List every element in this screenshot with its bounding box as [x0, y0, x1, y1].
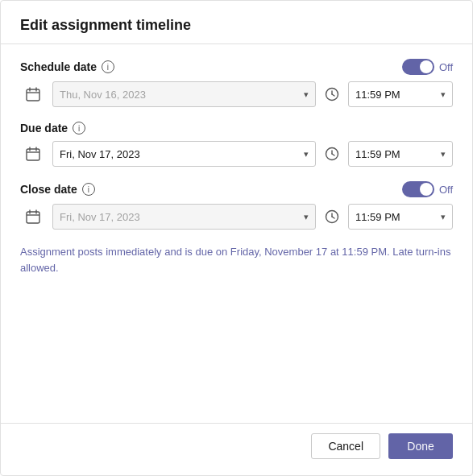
close-date-picker[interactable]: Fri, Nov 17, 2023 ▾	[52, 204, 316, 230]
schedule-time-chevron-icon: ▾	[441, 89, 446, 100]
dialog-footer: Cancel Done	[1, 423, 472, 475]
schedule-date-chevron-icon: ▾	[304, 89, 309, 100]
schedule-date-field-row: Thu, Nov 16, 2023 ▾ 11:59 PM ▾	[20, 81, 453, 107]
schedule-time-value: 11:59 PM	[355, 89, 400, 101]
schedule-date-calendar-icon	[20, 81, 46, 107]
close-date-chevron-icon: ▾	[304, 212, 309, 222]
close-date-field-row: Fri, Nov 17, 2023 ▾ 11:59 PM ▾	[20, 204, 453, 230]
close-date-label: Close date	[20, 183, 77, 196]
close-time-chevron-icon: ▾	[441, 212, 446, 222]
schedule-date-label: Schedule date	[20, 60, 97, 73]
svg-rect-14	[27, 212, 39, 223]
due-time-value: 11:59 PM	[355, 148, 400, 160]
svg-line-20	[332, 217, 334, 218]
due-time-chevron-icon: ▾	[441, 149, 446, 159]
close-time-value: 11:59 PM	[355, 211, 400, 223]
due-date-calendar-icon	[20, 141, 46, 167]
info-message: Assignment posts immediately and is due …	[20, 244, 453, 275]
close-date-info-icon[interactable]: i	[82, 183, 95, 196]
edit-assignment-dialog: Edit assignment timeline Schedule date i…	[0, 0, 473, 476]
cancel-button[interactable]: Cancel	[311, 433, 380, 459]
due-time-clock-icon	[322, 141, 342, 167]
schedule-date-label-left: Schedule date i	[20, 60, 114, 73]
schedule-date-toggle-label: Off	[439, 61, 453, 73]
done-button[interactable]: Done	[388, 433, 453, 459]
due-date-section: Due date i Fri, Nov 17, 2023 ▾	[20, 122, 453, 167]
svg-line-6	[332, 94, 334, 96]
due-date-value: Fri, Nov 17, 2023	[60, 148, 140, 160]
dialog-header: Edit assignment timeline	[1, 1, 472, 44]
schedule-date-picker[interactable]: Thu, Nov 16, 2023 ▾	[52, 81, 316, 107]
schedule-date-value: Thu, Nov 16, 2023	[60, 89, 146, 101]
due-date-chevron-icon: ▾	[304, 149, 309, 159]
close-date-toggle[interactable]	[402, 181, 434, 197]
svg-rect-0	[27, 89, 39, 101]
due-date-label-row: Due date i	[20, 122, 453, 135]
due-time-picker[interactable]: 11:59 PM ▾	[348, 141, 453, 167]
due-date-picker[interactable]: Fri, Nov 17, 2023 ▾	[52, 141, 316, 167]
schedule-date-label-row: Schedule date i Off	[20, 59, 453, 75]
due-date-label-left: Due date i	[20, 122, 85, 135]
due-date-info-icon[interactable]: i	[73, 122, 85, 135]
schedule-date-toggle-container: Off	[402, 59, 453, 75]
close-date-section: Close date i Off	[20, 181, 453, 230]
close-date-label-left: Close date i	[20, 183, 95, 196]
schedule-date-toggle-knob	[420, 60, 433, 73]
schedule-date-toggle[interactable]	[402, 59, 434, 75]
schedule-date-section: Schedule date i Off	[20, 59, 453, 107]
dialog-title: Edit assignment timeline	[20, 17, 191, 33]
schedule-date-info-icon[interactable]: i	[102, 60, 114, 73]
schedule-time-picker[interactable]: 11:59 PM ▾	[348, 81, 453, 107]
due-date-label: Due date	[20, 122, 68, 135]
close-date-toggle-knob	[420, 183, 433, 196]
schedule-time-clock-icon	[322, 81, 342, 107]
due-date-field-row: Fri, Nov 17, 2023 ▾ 11:59 PM ▾	[20, 141, 453, 167]
close-date-toggle-container: Off	[402, 181, 453, 197]
close-time-clock-icon	[322, 204, 342, 230]
close-time-picker[interactable]: 11:59 PM ▾	[348, 204, 453, 230]
close-date-toggle-label: Off	[439, 184, 453, 196]
close-date-calendar-icon	[20, 204, 46, 230]
svg-rect-7	[27, 149, 39, 160]
dialog-body: Schedule date i Off	[1, 44, 472, 423]
close-date-label-row: Close date i Off	[20, 181, 453, 197]
svg-line-13	[332, 154, 334, 155]
close-date-value: Fri, Nov 17, 2023	[60, 211, 140, 223]
